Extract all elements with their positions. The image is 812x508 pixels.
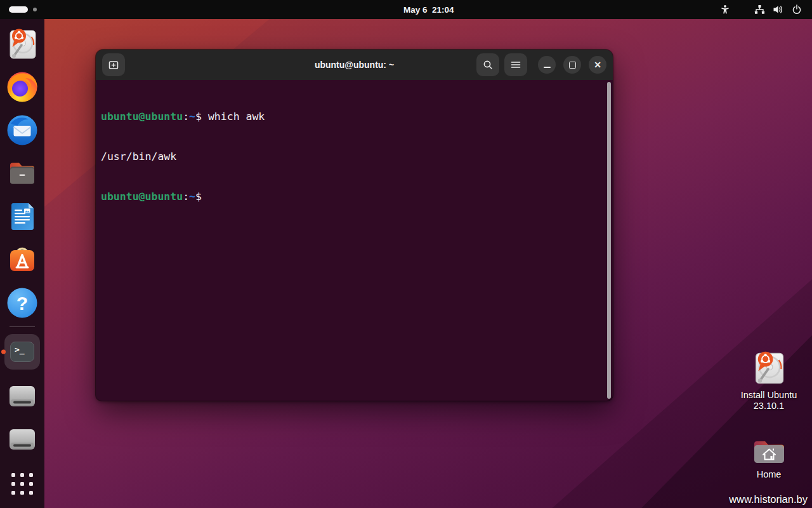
ubuntu-installer-icon (6, 27, 39, 60)
new-tab-button[interactable] (102, 53, 125, 76)
dock-separator (10, 326, 35, 327)
svg-text:?: ? (16, 293, 28, 314)
files-folder-icon (6, 157, 39, 190)
command-text: which awk (208, 110, 265, 123)
dock: ? >_ (0, 19, 44, 508)
top-bar: May 6 21:04 (0, 0, 812, 19)
terminal-window: ubuntu@ubuntu: ~ ✕ ubuntu@ubuntu:~$ whic… (96, 50, 613, 401)
terminal-text-area[interactable]: ubuntu@ubuntu:~$ which awk /usr/bin/awk … (96, 80, 613, 401)
search-icon (482, 59, 494, 70)
install-ubuntu-label: Install Ubuntu 23.10.1 (741, 390, 797, 411)
disk-drive-icon (6, 423, 39, 456)
app-grid-icon (11, 473, 33, 495)
dock-item-firefox[interactable] (6, 70, 39, 104)
power-icon[interactable] (791, 4, 802, 15)
dock-item-help[interactable]: ? (6, 286, 39, 319)
dock-item-ubuntu-installer[interactable] (6, 27, 39, 60)
terminal-scrollbar[interactable] (607, 82, 611, 399)
terminal-icon: >_ (10, 342, 34, 362)
terminal-line: /usr/bin/awk (101, 150, 608, 163)
dock-item-disk-drive-2[interactable] (6, 423, 39, 456)
clock[interactable]: May 6 21:04 (403, 0, 454, 19)
app-center-icon (6, 243, 39, 276)
workspace-indicator[interactable] (9, 6, 37, 13)
terminal-line: ubuntu@ubuntu:~$ which awk (101, 110, 608, 123)
firefox-icon (6, 70, 39, 104)
help-icon: ? (6, 286, 39, 319)
minimize-icon (544, 67, 551, 68)
dock-item-disk-drive-1[interactable] (6, 380, 39, 413)
close-icon: ✕ (594, 60, 601, 69)
minimize-button[interactable] (538, 56, 556, 74)
dock-item-libreoffice-writer[interactable] (6, 200, 39, 233)
dock-item-thunderbird[interactable] (6, 114, 39, 147)
search-button[interactable] (476, 53, 499, 76)
workspace-active-pill[interactable] (9, 6, 28, 13)
command-output: /usr/bin/awk (101, 150, 176, 163)
dock-item-app-center[interactable] (6, 243, 39, 276)
watermark-text: www.historian.by (729, 493, 808, 505)
terminal-line: ubuntu@ubuntu:~$ (101, 190, 608, 203)
desktop-icon-home[interactable]: Home (733, 434, 804, 480)
dock-item-terminal[interactable]: >_ (4, 334, 40, 370)
dock-item-app-grid[interactable] (6, 467, 39, 500)
disk-drive-icon (6, 380, 39, 413)
maximize-button[interactable] (563, 56, 581, 74)
home-folder-icon (751, 434, 787, 465)
hamburger-menu-icon (510, 59, 521, 70)
system-status-area[interactable] (719, 0, 802, 19)
dock-item-files[interactable] (6, 157, 39, 190)
workspace-inactive-dot[interactable] (33, 8, 37, 11)
terminal-titlebar[interactable]: ubuntu@ubuntu: ~ ✕ (96, 50, 613, 80)
wired-network-icon[interactable] (754, 4, 765, 15)
thunderbird-icon (6, 114, 39, 147)
home-label: Home (757, 469, 782, 480)
desktop-icon-install-ubuntu[interactable]: Install Ubuntu 23.10.1 (733, 350, 804, 411)
running-indicator-dot (1, 350, 6, 354)
libreoffice-writer-icon (6, 200, 39, 233)
menu-button[interactable] (504, 53, 527, 76)
accessibility-icon[interactable] (719, 4, 730, 15)
new-tab-icon (108, 59, 119, 70)
volume-icon[interactable] (773, 4, 783, 15)
maximize-icon (569, 62, 576, 69)
install-ubuntu-icon (751, 350, 787, 385)
close-button[interactable]: ✕ (589, 56, 606, 74)
